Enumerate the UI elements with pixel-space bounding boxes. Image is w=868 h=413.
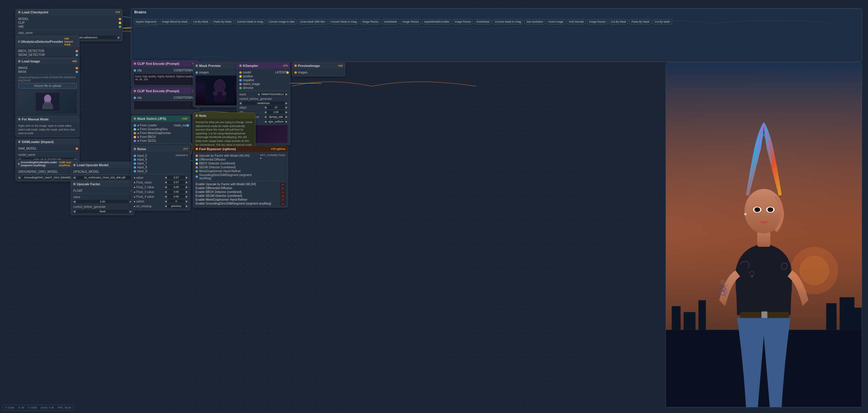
upscale-wlsh-port[interactable] xyxy=(195,154,198,157)
mask-port[interactable] xyxy=(75,71,78,73)
ctrlgen-val: randomize xyxy=(242,101,285,105)
latent-image-port[interactable] xyxy=(239,83,242,85)
input5-port[interactable] xyxy=(134,154,136,157)
grounding-dino-node: GroundingDinoModelLoader (segment anythi… xyxy=(16,159,80,181)
load-checkpoint-title: Load Checkpoint xyxy=(22,10,48,14)
status-bar: T: 0.00s X: 45 Y: 1926 Zoom: 0.45 FPS: 3… xyxy=(2,405,74,411)
input8-port[interactable] xyxy=(134,166,136,169)
output-vae-label: VAE xyxy=(18,25,24,28)
sam-model-label: SAM_MODEL xyxy=(18,147,37,150)
f3-right[interactable]: ▶ xyxy=(186,190,188,193)
xy-coord: X: 45 xyxy=(18,406,24,409)
cfg-left[interactable]: ◀ xyxy=(264,111,267,113)
clip-in-port[interactable] xyxy=(134,69,136,72)
sel-right[interactable]: ▶ xyxy=(186,200,188,203)
clip-text-2-content[interactable] xyxy=(134,101,197,110)
from-bbox-label: ● From BBOX xyxy=(137,135,156,139)
enable-segm-row: Enable SEGM Detector (combined) no xyxy=(195,194,285,198)
cfg-right[interactable]: ▶ xyxy=(285,111,287,113)
fval-right[interactable]: ▶ xyxy=(186,181,188,184)
segm-comb-port[interactable] xyxy=(195,166,198,169)
input6-port[interactable] xyxy=(134,159,136,161)
brains-node-convert-image: Convert Image to Mas xyxy=(267,19,297,24)
from-bbox-port[interactable] xyxy=(134,136,136,138)
diff-port[interactable] xyxy=(195,159,198,161)
grounding-dino-header: GroundingDinoModelLoader (segment anythi… xyxy=(16,160,79,168)
vae-port[interactable] xyxy=(119,26,121,28)
segm-port[interactable] xyxy=(75,54,78,56)
large-preview-image xyxy=(666,63,862,407)
miss-left[interactable]: ◀ xyxy=(165,205,167,208)
sel-left[interactable]: ◀ xyxy=(165,200,167,203)
input7-port[interactable] xyxy=(134,162,136,165)
clip-text-1-content[interactable]: hand, high quality, highly detailed, hig… xyxy=(134,73,197,85)
ultralytics-badge: #96 Impact Pack xyxy=(64,37,77,46)
miss-right[interactable]: ▶ xyxy=(186,205,188,208)
sam-loader-title: SAMLoader (Impact) xyxy=(22,140,54,144)
grnd-sam-port[interactable] xyxy=(195,175,198,178)
svg-point-4 xyxy=(44,95,51,103)
svg-point-32 xyxy=(745,213,746,215)
diff-diffusion-row: Differential Diffusion xyxy=(195,158,260,162)
brains-node-vae-decode: VAE Decode xyxy=(567,19,586,24)
segm-detector-row: SEGM_DETECTOR xyxy=(18,53,77,57)
bbox-comb-port[interactable] xyxy=(195,162,198,165)
from-segs-row: ● From SEGS xyxy=(134,139,171,143)
noise-val-left[interactable]: ◀ xyxy=(165,176,167,179)
mesh-port[interactable] xyxy=(195,170,198,172)
svg-point-22 xyxy=(751,276,753,277)
stepper-right[interactable]: ▶ xyxy=(118,36,120,39)
latent-out-port[interactable] xyxy=(286,71,289,74)
enable-grnd-row: Enable GroundingDino/SAMSegment (segment… xyxy=(195,202,285,205)
from-loader-port[interactable] xyxy=(134,124,136,127)
sam-model-name-row: model_name xyxy=(18,152,77,157)
clip-port[interactable] xyxy=(119,22,121,24)
ctrlgen-left[interactable]: ◀ xyxy=(239,102,241,105)
sampler-right[interactable]: ▶ xyxy=(285,115,287,118)
from-grounding-port[interactable] xyxy=(134,128,136,131)
input9-port[interactable] xyxy=(134,170,136,172)
model-port[interactable] xyxy=(119,18,121,20)
model-in-port[interactable] xyxy=(239,71,242,74)
svg-point-8 xyxy=(213,91,218,96)
ctrl-stepper-left[interactable]: ◀ xyxy=(73,210,75,213)
from-mesh-port[interactable] xyxy=(134,132,136,134)
negative-port[interactable] xyxy=(239,79,242,81)
stepper-left[interactable]: ◀ xyxy=(18,176,20,179)
clip-text-encode-2-node: CLIP Text Encode (Prompt) #72 clip CONDI… xyxy=(131,88,199,114)
f2-right[interactable]: ▶ xyxy=(186,185,188,188)
preview-images-port[interactable] xyxy=(294,71,297,74)
f4-left[interactable]: ◀ xyxy=(165,195,167,198)
positive-port[interactable] xyxy=(239,75,242,78)
sam-model-name-label: model_name xyxy=(18,153,35,157)
f3-left[interactable]: ◀ xyxy=(165,190,167,193)
ctrl-stepper-right[interactable]: ▶ xyxy=(130,210,132,213)
noise-badge: #77 xyxy=(183,147,188,150)
f4-right[interactable]: ▶ xyxy=(186,195,188,198)
seed-right[interactable]: ▶ xyxy=(285,93,287,96)
val-stepper-left[interactable]: ◀ xyxy=(73,200,75,203)
mask-images-port[interactable] xyxy=(195,71,198,74)
image-port[interactable] xyxy=(75,67,78,69)
f2-left[interactable]: ◀ xyxy=(165,185,167,188)
sched-right[interactable]: ▶ xyxy=(285,120,287,123)
denoise-port[interactable] xyxy=(239,87,242,89)
sched-left[interactable]: ◀ xyxy=(264,120,267,123)
sam-model-port[interactable] xyxy=(75,147,78,150)
latent-image-label: latent_image xyxy=(243,82,260,85)
upscale-model-label: UPSCALE_MODEL xyxy=(73,170,99,173)
clip2-in-port[interactable] xyxy=(134,97,136,99)
ctrlgen-right[interactable]: ▶ xyxy=(285,102,287,105)
from-segs-port[interactable] xyxy=(134,140,136,142)
noise-val-right[interactable]: ▶ xyxy=(186,176,188,179)
mask-out-port[interactable] xyxy=(187,124,189,127)
choose-file-button[interactable]: choose file to upload xyxy=(18,83,77,89)
bbox-port[interactable] xyxy=(75,50,78,52)
steps-left[interactable]: ◀ xyxy=(264,106,267,109)
stepper-left[interactable]: ◀ xyxy=(73,176,75,179)
positive-row: positive xyxy=(239,74,260,78)
seed-left[interactable]: ◀ xyxy=(257,93,259,96)
sampler-left[interactable]: ◀ xyxy=(264,115,267,118)
fval-left[interactable]: ◀ xyxy=(165,181,167,184)
steps-right[interactable]: ▶ xyxy=(285,106,287,109)
